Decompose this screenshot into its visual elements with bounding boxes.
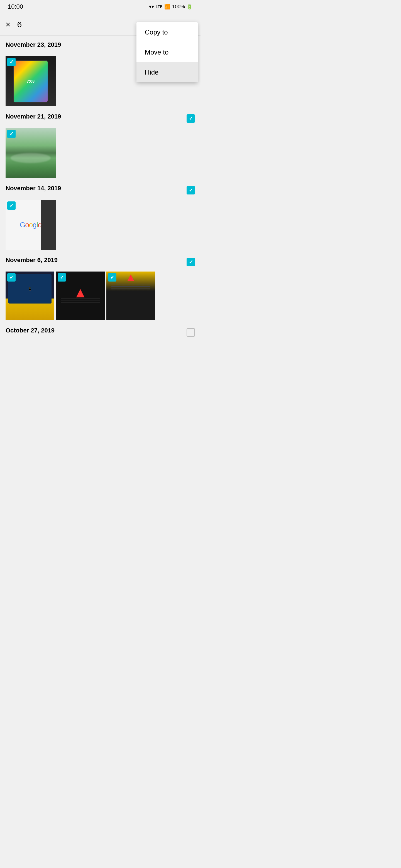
signal-icon: 📶 [164, 4, 170, 10]
selection-count: 6 [17, 20, 22, 29]
photo-grid-nov21 [6, 128, 195, 178]
google-logo: Google [20, 221, 41, 229]
context-menu: Copy to Move to Hide [137, 22, 198, 82]
photo-nov21-1[interactable] [6, 128, 56, 178]
section-checkbox-nov14[interactable] [187, 186, 195, 194]
photo-nov6-2[interactable] [56, 272, 105, 320]
date-label-nov21: November 21, 2019 [6, 113, 61, 120]
section-nov6: November 6, 2019 📱 [6, 256, 195, 320]
photo-nov14-1[interactable]: Google [6, 200, 56, 250]
copy-to-menu-item[interactable]: Copy to [137, 22, 198, 42]
photo-nov6-3[interactable] [106, 272, 155, 320]
photo-nov6-1[interactable]: 📱 [6, 272, 54, 320]
checkbox-nov21-1[interactable] [7, 130, 16, 138]
section-header-oct27: October 27, 2019 [6, 327, 195, 338]
status-time: 10:00 [8, 3, 23, 10]
checkbox-nov14-1[interactable] [7, 202, 16, 210]
section-nov21: November 21, 2019 [6, 113, 195, 178]
status-bar: 10:00 ▾▾ LTE 📶 100% 🔋 [0, 0, 200, 13]
date-label-nov14: November 14, 2019 [6, 185, 61, 192]
status-icons: ▾▾ LTE 📶 100% 🔋 [149, 4, 193, 10]
section-oct27: October 27, 2019 [6, 327, 195, 342]
battery-icon: 🔋 [187, 4, 193, 10]
hide-menu-item[interactable]: Hide [137, 62, 198, 82]
section-header-nov21: November 21, 2019 [6, 113, 195, 124]
section-checkbox-nov6[interactable] [187, 258, 195, 266]
date-label-nov23: November 23, 2019 [6, 41, 61, 49]
photo-grid-nov14: Google [6, 200, 195, 250]
checkbox-nov23-1[interactable] [7, 58, 16, 66]
move-to-menu-item[interactable]: Move to [137, 42, 198, 62]
section-header-nov14: November 14, 2019 [6, 185, 195, 196]
section-checkbox-nov21[interactable] [187, 114, 195, 123]
wifi-icon: ▾▾ [149, 4, 154, 10]
checkbox-nov6-2[interactable] [58, 273, 66, 282]
checkbox-nov6-3[interactable] [108, 273, 116, 282]
lte-icon: LTE [156, 4, 163, 9]
checkbox-nov6-1[interactable] [7, 273, 16, 282]
close-button[interactable]: × [6, 20, 10, 29]
section-nov14: November 14, 2019 Google [6, 185, 195, 250]
section-checkbox-oct27[interactable] [187, 328, 195, 337]
photo-grid-nov6: 📱 [6, 272, 195, 320]
battery-text: 100% [172, 4, 185, 10]
photo-nov23-1[interactable]: 7:08 [6, 56, 56, 106]
section-header-nov6: November 6, 2019 [6, 256, 195, 268]
date-label-nov6: November 6, 2019 [6, 256, 58, 264]
date-label-oct27: October 27, 2019 [6, 327, 55, 334]
